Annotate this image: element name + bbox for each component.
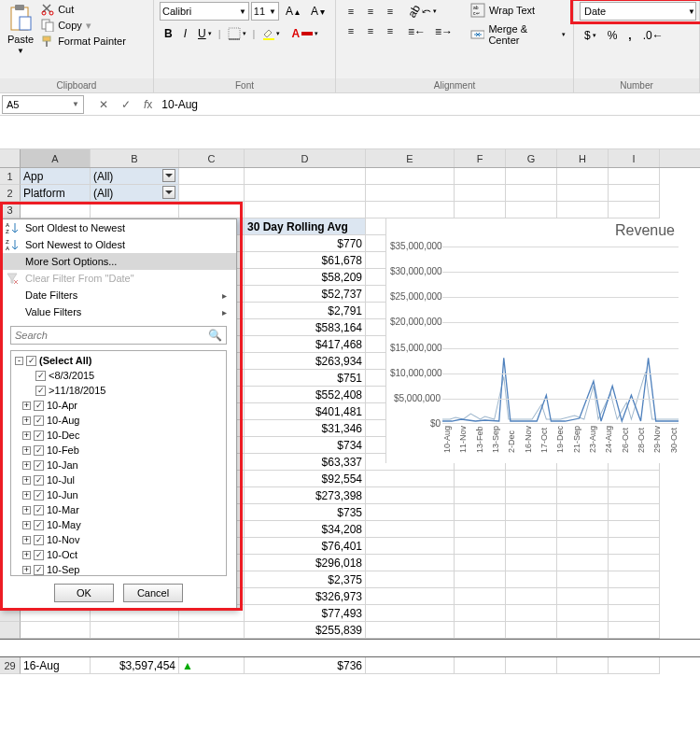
underline-button[interactable]: U▾: [193, 24, 217, 43]
align-left-button[interactable]: ≡: [342, 21, 360, 40]
cell[interactable]: [557, 555, 609, 571]
cell[interactable]: [609, 487, 660, 504]
filter-tree-item[interactable]: +✓10-Nov: [11, 532, 226, 547]
rolling-avg-cell[interactable]: $77,493: [245, 605, 366, 622]
cell[interactable]: [455, 555, 506, 571]
cancel-formula-button[interactable]: ✕: [95, 98, 112, 111]
pivot-platform-value[interactable]: (All): [91, 185, 179, 202]
cell[interactable]: [557, 657, 609, 674]
tree-expand-icon[interactable]: +: [22, 402, 31, 410]
rolling-avg-cell[interactable]: $58,209: [245, 269, 366, 286]
tree-checkbox[interactable]: ✓: [34, 401, 44, 411]
tree-checkbox[interactable]: ✓: [34, 505, 44, 515]
cell[interactable]: [506, 571, 557, 588]
increase-indent-button[interactable]: ≡→: [430, 22, 457, 41]
cell[interactable]: [455, 588, 506, 605]
cell[interactable]: [506, 588, 557, 605]
cell[interactable]: [179, 202, 245, 218]
rolling-avg-cell[interactable]: $63,337: [245, 454, 366, 471]
cell[interactable]: [557, 538, 609, 555]
cell[interactable]: [609, 657, 660, 674]
filter-tree-item[interactable]: +✓10-Feb: [11, 443, 226, 458]
tree-checkbox[interactable]: ✓: [34, 430, 44, 441]
tree-expand-icon[interactable]: -: [15, 357, 23, 365]
cell[interactable]: [91, 622, 179, 639]
sort-newest-oldest[interactable]: ZA Sort Newest to Oldest: [1, 236, 236, 253]
cell[interactable]: [366, 657, 455, 674]
rolling-avg-cell[interactable]: $417,468: [245, 336, 366, 353]
filter-tree-item[interactable]: +✓10-Jan: [11, 458, 226, 472]
cell[interactable]: [455, 571, 506, 588]
cell[interactable]: [21, 202, 91, 218]
cell[interactable]: [557, 504, 609, 521]
filter-tree-item[interactable]: +✓10-Oct: [11, 547, 226, 562]
accounting-format-button[interactable]: $▾: [580, 26, 601, 45]
cell[interactable]: [179, 622, 245, 639]
rolling-avg-cell[interactable]: $296,018: [245, 555, 366, 571]
tree-checkbox[interactable]: ✓: [34, 535, 44, 545]
cell[interactable]: [455, 622, 506, 639]
copy-button[interactable]: Copy ▾: [39, 18, 128, 33]
tree-expand-icon[interactable]: +: [22, 416, 31, 425]
orientation-button[interactable]: ab⤺▾: [403, 2, 457, 21]
cell[interactable]: [455, 168, 506, 185]
cell[interactable]: [609, 622, 660, 639]
tree-checkbox[interactable]: ✓: [35, 386, 46, 396]
filter-tree-item[interactable]: +✓10-Mar: [11, 502, 226, 517]
cell[interactable]: [366, 521, 455, 538]
borders-button[interactable]: ▾: [223, 24, 251, 43]
cell[interactable]: [609, 555, 660, 571]
pivot-app-dropdown[interactable]: [162, 169, 175, 182]
cell[interactable]: [506, 657, 557, 674]
rolling-avg-cell[interactable]: $34,208: [245, 521, 366, 538]
cell[interactable]: [455, 504, 506, 521]
filter-ok-button[interactable]: OK: [54, 584, 114, 602]
cell[interactable]: [609, 185, 660, 202]
tree-expand-icon[interactable]: +: [22, 506, 31, 515]
filter-search-input[interactable]: [11, 330, 204, 341]
col-header-G[interactable]: G: [506, 149, 557, 167]
cell[interactable]: [455, 657, 506, 674]
col-header-E[interactable]: E: [366, 149, 455, 167]
cell-rolling[interactable]: $736: [245, 657, 366, 674]
row-header[interactable]: [0, 622, 21, 639]
merge-center-button[interactable]: Merge & Center ▾: [469, 22, 567, 47]
tree-checkbox[interactable]: ✓: [26, 356, 36, 366]
cut-button[interactable]: Cut: [39, 2, 128, 17]
rolling-avg-cell[interactable]: $734: [245, 437, 366, 454]
row-header[interactable]: 3: [0, 202, 21, 218]
cell[interactable]: [366, 471, 455, 487]
rolling-avg-cell[interactable]: $751: [245, 370, 366, 387]
filter-items-tree[interactable]: -✓(Select All)✓<8/3/2015✓>11/18/2015+✓10…: [10, 350, 227, 576]
cell[interactable]: [609, 168, 660, 185]
align-right-button[interactable]: ≡: [381, 21, 399, 40]
cell[interactable]: [557, 521, 609, 538]
cell[interactable]: [557, 571, 609, 588]
chart[interactable]: Revenue $35,000,000$30,000,000$25,000,00…: [385, 218, 684, 463]
cell[interactable]: [91, 202, 179, 218]
increase-font-button[interactable]: A▴: [281, 2, 304, 21]
filter-tree-item[interactable]: +✓10-Sep: [11, 562, 226, 576]
cell[interactable]: [366, 622, 455, 639]
cell[interactable]: [366, 202, 455, 218]
cell[interactable]: [366, 605, 455, 622]
cell[interactable]: [609, 571, 660, 588]
tree-expand-icon[interactable]: +: [22, 461, 31, 470]
cell[interactable]: [557, 622, 609, 639]
cell[interactable]: [506, 605, 557, 622]
cell[interactable]: [366, 588, 455, 605]
cell-date[interactable]: 16-Aug: [21, 657, 91, 674]
cell[interactable]: [506, 471, 557, 487]
cell[interactable]: [557, 202, 609, 218]
tree-expand-icon[interactable]: +: [22, 446, 31, 455]
rolling-avg-cell[interactable]: $92,554: [245, 471, 366, 487]
filter-tree-item[interactable]: -✓(Select All): [11, 353, 226, 368]
row-header[interactable]: 1: [0, 168, 21, 185]
rolling-avg-cell[interactable]: $735: [245, 504, 366, 521]
cell[interactable]: [506, 555, 557, 571]
cell[interactable]: [557, 185, 609, 202]
cell[interactable]: [245, 202, 366, 218]
cell[interactable]: [609, 605, 660, 622]
rolling-avg-cell[interactable]: $263,934: [245, 353, 366, 370]
row-header[interactable]: 29: [0, 657, 21, 674]
